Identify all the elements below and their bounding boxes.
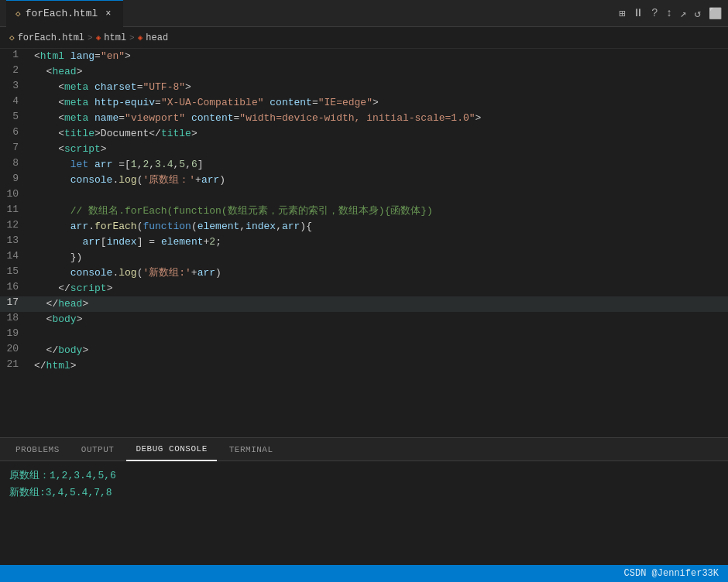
table-row: 13 arr[index] = element+2; <box>0 235 728 250</box>
line-number: 10 <box>0 188 31 204</box>
table-row: 21</html> <box>0 358 728 374</box>
line-number: 20 <box>0 343 31 358</box>
tab-label: forEach.html <box>26 8 98 19</box>
line-content[interactable]: }) <box>31 250 728 265</box>
split-icon[interactable]: ↕ <box>666 7 672 19</box>
line-content[interactable]: <script> <box>31 142 728 157</box>
breadcrumb-file-label: forEach.html <box>18 33 84 43</box>
line-number: 16 <box>0 281 31 296</box>
breadcrumb-html-icon: ◈ <box>96 33 101 43</box>
close-window-icon[interactable]: ⬜ <box>709 7 722 20</box>
panel-tab[interactable]: PROBLEMS <box>6 438 69 461</box>
line-number: 8 <box>0 157 31 173</box>
line-number: 7 <box>0 142 31 157</box>
line-content[interactable]: console.log('原数组：'+arr) <box>31 173 728 188</box>
breadcrumb-sep-1: > <box>88 33 93 43</box>
table-row: 4 <meta http-equiv="X-UA-Compatible" con… <box>0 95 728 111</box>
table-row: 6 <title>Document</title> <box>0 126 728 142</box>
table-row: 15 console.log('新数组:'+arr) <box>0 265 728 281</box>
refresh-icon[interactable]: ↺ <box>695 7 701 20</box>
line-content[interactable]: <title>Document</title> <box>31 126 728 142</box>
expand-icon[interactable]: ↗ <box>680 7 686 20</box>
line-number: 19 <box>0 327 31 343</box>
panel-tab[interactable]: OUTPUT <box>72 438 124 461</box>
title-bar-controls: ⊞ ⏸ ? ↕ ↗ ↺ ⬜ <box>619 7 722 20</box>
line-content[interactable]: arr[index] = element+2; <box>31 235 728 250</box>
line-content[interactable]: </head> <box>31 296 728 312</box>
table-row: 3 <meta charset="UTF-8"> <box>0 80 728 95</box>
line-content[interactable]: let arr =[1,2,3.4,5,6] <box>31 157 728 173</box>
line-content[interactable]: <html lang="en"> <box>31 49 728 64</box>
line-content[interactable] <box>31 188 728 204</box>
breadcrumb-head[interactable]: ◈ head <box>138 33 168 43</box>
breadcrumb-html-label: html <box>104 33 126 43</box>
line-number: 14 <box>0 250 31 265</box>
line-number: 11 <box>0 204 31 219</box>
table-row: 12 arr.forEach(function(element,index,ar… <box>0 219 728 235</box>
line-number: 9 <box>0 173 31 188</box>
line-content[interactable]: </script> <box>31 281 728 296</box>
line-number: 18 <box>0 312 31 327</box>
panel-tab[interactable]: DEBUG CONSOLE <box>126 438 216 461</box>
breadcrumb-file[interactable]: ◇ forEach.html <box>9 33 84 43</box>
grid-icon[interactable]: ⊞ <box>619 7 625 20</box>
bottom-panel: PROBLEMSOUTPUTDEBUG CONSOLETERMINAL 原数组：… <box>0 437 728 565</box>
line-content[interactable]: </html> <box>31 358 728 374</box>
line-content[interactable]: <meta charset="UTF-8"> <box>31 80 728 95</box>
table-row: 1<html lang="en"> <box>0 49 728 64</box>
line-number: 12 <box>0 219 31 235</box>
line-content[interactable]: <head> <box>31 64 728 80</box>
tab-close-button[interactable]: × <box>102 7 114 21</box>
breadcrumb-html[interactable]: ◈ html <box>96 33 126 43</box>
line-number: 15 <box>0 265 31 281</box>
table-row: 16 </script> <box>0 281 728 296</box>
table-row: 9 console.log('原数组：'+arr) <box>0 173 728 188</box>
code-table: 1<html lang="en">2 <head>3 <meta charset… <box>0 49 728 374</box>
line-content[interactable]: <meta http-equiv="X-UA-Compatible" conte… <box>31 95 728 111</box>
line-number: 17 <box>0 296 31 312</box>
watermark: CSDN @Jennifer33K <box>624 568 719 579</box>
title-bar: ◇ forEach.html × ⊞ ⏸ ? ↕ ↗ ↺ ⬜ <box>0 0 728 27</box>
line-content[interactable]: // 数组名.forEach(function(数组元素，元素的索引，数组本身)… <box>31 204 728 219</box>
table-row: 19 <box>0 327 728 343</box>
breadcrumb-head-label: head <box>146 33 168 43</box>
code-container[interactable]: 1<html lang="en">2 <head>3 <meta charset… <box>0 49 728 437</box>
line-content[interactable] <box>31 327 728 343</box>
line-number: 3 <box>0 80 31 95</box>
line-number: 4 <box>0 95 31 111</box>
table-row: 17 </head> <box>0 296 728 312</box>
table-row: 8 let arr =[1,2,3.4,5,6] <box>0 157 728 173</box>
line-content[interactable]: </body> <box>31 343 728 358</box>
panel-tab[interactable]: TERMINAL <box>220 438 283 461</box>
panel-tabs: PROBLEMSOUTPUTDEBUG CONSOLETERMINAL <box>0 438 728 461</box>
table-row: 18 <body> <box>0 312 728 327</box>
editor-tab[interactable]: ◇ forEach.html × <box>6 0 123 27</box>
table-row: 5 <meta name="viewport" content="width=d… <box>0 111 728 126</box>
panel-content: 原数组：1,2,3.4,5,6新数组:3,4,5.4,7,8 <box>0 461 728 565</box>
line-content[interactable]: console.log('新数组:'+arr) <box>31 265 728 281</box>
line-content[interactable]: arr.forEach(function(element,index,arr){ <box>31 219 728 235</box>
table-row: 10 <box>0 188 728 204</box>
table-row: 7 <script> <box>0 142 728 157</box>
console-line: 新数组:3,4,5.4,7,8 <box>9 484 719 502</box>
table-row: 11 // 数组名.forEach(function(数组元素，元素的索引，数组… <box>0 204 728 219</box>
breadcrumb: ◇ forEach.html > ◈ html > ◈ head <box>0 27 728 49</box>
line-content[interactable]: <meta name="viewport" content="width=dev… <box>31 111 728 126</box>
line-number: 1 <box>0 49 31 64</box>
editor-area: 1<html lang="en">2 <head>3 <meta charset… <box>0 49 728 437</box>
line-number: 5 <box>0 111 31 126</box>
console-line: 原数组：1,2,3.4,5,6 <box>9 467 719 484</box>
line-number: 6 <box>0 126 31 142</box>
pause-icon[interactable]: ⏸ <box>633 7 644 19</box>
line-number: 13 <box>0 235 31 250</box>
tab-file-icon: ◇ <box>15 9 21 19</box>
table-row: 14 }) <box>0 250 728 265</box>
line-number: 2 <box>0 64 31 80</box>
line-content[interactable]: <body> <box>31 312 728 327</box>
breadcrumb-file-icon: ◇ <box>9 33 15 43</box>
breadcrumb-head-icon: ◈ <box>138 33 143 43</box>
help-icon[interactable]: ? <box>651 7 658 19</box>
status-bar: CSDN @Jennifer33K <box>0 565 728 582</box>
table-row: 2 <head> <box>0 64 728 80</box>
breadcrumb-sep-2: > <box>129 33 135 43</box>
